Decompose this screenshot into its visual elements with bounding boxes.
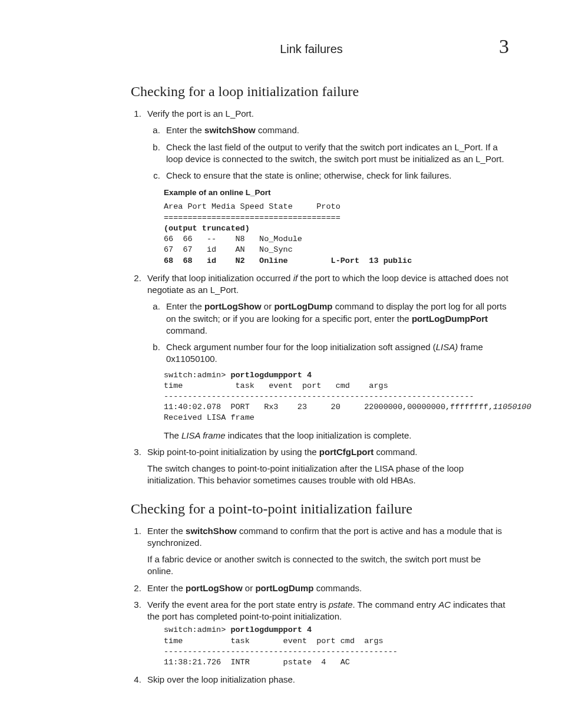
code-line: Area Port Media Speed State Proto bbox=[164, 202, 340, 211]
t: pstate bbox=[329, 599, 353, 610]
step-1-sub: Enter the switchShow command. Check the … bbox=[147, 124, 509, 182]
cmd-portlogdump: portLogDump bbox=[274, 301, 332, 311]
p2p-step-2: Enter the portLogShow or portLogDump com… bbox=[144, 582, 509, 594]
code-cmd: portlogdumpport 4 bbox=[230, 625, 312, 634]
cmd-portlogshow: portLogShow bbox=[186, 583, 243, 593]
cmd-portlogshow: portLogShow bbox=[204, 301, 262, 311]
t: indicates that the loop initialization i… bbox=[226, 430, 412, 440]
step-1b: Check the last field of the output to ve… bbox=[163, 141, 509, 166]
code-prompt: switch:admin> bbox=[164, 625, 230, 634]
loop-steps: Verify the port is an L_Port. Enter the … bbox=[131, 108, 509, 487]
t: Enter the bbox=[147, 526, 186, 536]
code-line: 67 67 id AN No_Sync bbox=[164, 245, 293, 254]
t: LISA frame bbox=[181, 430, 225, 440]
code-prompt: switch:admin> bbox=[164, 371, 230, 380]
section-title-loop: Checking for a loop initialization failu… bbox=[131, 84, 509, 100]
t: command. bbox=[256, 125, 299, 135]
chapter-number: 3 bbox=[499, 35, 509, 58]
t: Verify that loop initialization occurred bbox=[147, 273, 293, 283]
p2p-step-3: Verify the event area for the port state… bbox=[144, 599, 509, 668]
code-block-lport: Area Port Media Speed State Proto ======… bbox=[164, 202, 509, 266]
step-2b: Check argument number four for the loop … bbox=[163, 341, 509, 365]
t: or bbox=[262, 301, 275, 311]
cmd-portcfglport: portCfgLport bbox=[319, 447, 373, 457]
step-2-sub: Enter the portLogShow or portLogDump com… bbox=[147, 301, 509, 365]
p2p-step-1: Enter the switchShow command to confirm … bbox=[144, 525, 509, 578]
step-2: Verify that loop initialization occurred… bbox=[144, 272, 509, 442]
t: Check argument number four for the loop … bbox=[166, 342, 436, 352]
t: or bbox=[243, 583, 256, 593]
t: LISA) bbox=[436, 342, 458, 352]
code-line: ----------------------------------------… bbox=[164, 392, 474, 401]
code-line: 68 68 id N2 Online L-Port 13 public bbox=[164, 256, 412, 265]
code-line: 11:38:21.726 INTR pstate 4 AC bbox=[164, 658, 350, 667]
step-1c: Check to ensure that the state is online… bbox=[163, 170, 509, 182]
code-line: time task event port cmd args bbox=[164, 637, 384, 645]
cmd-portlogdumpport: portLogDumpPort bbox=[412, 314, 488, 324]
code-line: ----------------------------------------… bbox=[164, 647, 398, 656]
t: Verify the event area for the port state… bbox=[147, 599, 329, 610]
t: Enter the bbox=[147, 583, 186, 593]
step-3: Skip point-to-point initialization by us… bbox=[144, 446, 509, 487]
step-2a: Enter the portLogShow or portLogDump com… bbox=[163, 301, 509, 337]
t: command. bbox=[373, 447, 417, 457]
code-line: (output truncated) bbox=[164, 224, 250, 233]
code-line: ===================================== bbox=[164, 213, 340, 222]
cmd-switchshow: switchShow bbox=[186, 526, 237, 536]
step-1a: Enter the switchShow command. bbox=[163, 124, 509, 136]
page: Link failures 3 Checking for a loop init… bbox=[0, 0, 562, 726]
t: command. bbox=[166, 325, 207, 335]
t: Enter the bbox=[166, 125, 204, 135]
t: Skip point-to-point initialization by us… bbox=[147, 447, 319, 457]
t: AC bbox=[438, 599, 451, 610]
lisa-note: The LISA frame indicates that the loop i… bbox=[164, 430, 509, 442]
t: Enter the bbox=[166, 301, 204, 311]
t: The bbox=[164, 430, 181, 440]
t: commands. bbox=[314, 583, 362, 593]
t: . The command entry bbox=[353, 599, 439, 610]
example-label: Example of an online L_Port bbox=[164, 187, 509, 198]
p2p-step-1-note: If a fabric device or another switch is … bbox=[147, 554, 509, 578]
step-1: Verify the port is an L_Port. Enter the … bbox=[144, 108, 509, 266]
p2p-step-4: Skip over the loop initialization phase. bbox=[144, 674, 509, 686]
code-block-pstate: switch:admin> portlogdumpport 4 time tas… bbox=[164, 625, 509, 668]
content-area: Checking for a loop initialization failu… bbox=[131, 84, 509, 686]
section-title-p2p: Checking for a point-to-point initializa… bbox=[131, 501, 509, 517]
code-line: 11050100 bbox=[493, 403, 531, 411]
step-1-text: Verify the port is an L_Port. bbox=[147, 108, 254, 118]
page-header: Link failures 3 bbox=[53, 35, 509, 58]
step-3-note: The switch changes to point-to-point ini… bbox=[147, 463, 509, 487]
p2p-steps: Enter the switchShow command to confirm … bbox=[131, 525, 509, 686]
code-line: 11:40:02.078 PORT Rx3 23 20 22000000,000… bbox=[164, 403, 493, 411]
cmd-portlogdump: portLogDump bbox=[255, 583, 313, 593]
code-block-lisa: switch:admin> portlogdumpport 4 time tas… bbox=[164, 370, 509, 424]
cmd-switchshow: switchShow bbox=[204, 125, 256, 135]
code-line: 66 66 -- N8 No_Module bbox=[164, 235, 302, 243]
code-cmd: portlogdumpport 4 bbox=[230, 371, 312, 380]
running-head: Link failures bbox=[124, 42, 499, 56]
code-line: time task event port cmd args bbox=[164, 381, 388, 390]
code-line: Received LISA frame bbox=[164, 413, 254, 422]
